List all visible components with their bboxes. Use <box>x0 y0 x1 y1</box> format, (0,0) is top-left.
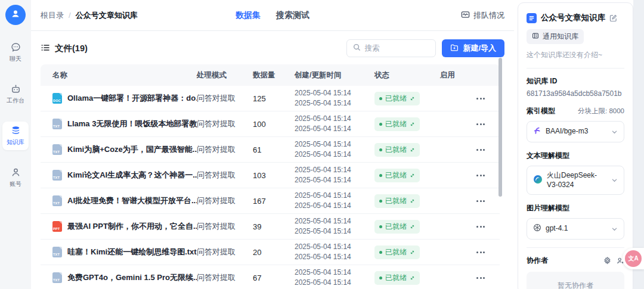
created-updated-time: 2025-05-04 15:14 2025-05-04 15:14 <box>295 88 374 109</box>
sidebar-item-label: 知识库 <box>7 138 24 147</box>
row-menu-button[interactable] <box>474 223 500 230</box>
status-dot-icon <box>379 200 382 203</box>
data-count: 167 <box>253 197 295 206</box>
status-dot-icon <box>379 148 382 151</box>
kb-description: 这个知识库还没有介绍~ <box>527 50 624 60</box>
table-scrollbar[interactable] <box>499 58 502 197</box>
index-model-select[interactable]: BAAI/bge-m3 <box>527 121 624 142</box>
queue-status-button[interactable]: 排队情况 <box>461 10 504 21</box>
table-row[interactable]: PPT 最强AI PPT制作，你不用动，它全自... 问答对提取 39 2025… <box>41 214 500 240</box>
list-icon <box>41 43 50 54</box>
user-avatar[interactable] <box>5 5 26 25</box>
process-mode: 问答对提取 <box>197 195 253 206</box>
table-row[interactable]: DOC Ollama一键部署！开源部署神器：do... 问答对提取 125 20… <box>41 86 500 111</box>
image-model-value: gpt-4.1 <box>546 224 607 234</box>
edit-icon[interactable] <box>609 14 617 22</box>
divider <box>527 68 624 69</box>
chat-icon <box>10 42 21 53</box>
table-row[interactable]: TXT 免费GPT4o，Gemini 1.5 Pro无限续... 问答对提取 6… <box>41 265 500 289</box>
user-icon <box>10 8 21 21</box>
row-menu-button[interactable] <box>474 275 500 281</box>
sidebar-item-account[interactable]: 账号 <box>2 163 29 192</box>
status-badge[interactable]: 已就绪 <box>374 143 420 157</box>
file-name: 哇塞！Kimi还能一键绘制思维导图.txt <box>67 247 197 257</box>
gear-icon[interactable] <box>603 257 611 265</box>
expand-icon <box>410 198 415 204</box>
status-badge[interactable]: 已就绪 <box>374 271 420 285</box>
text-model-label: 文本理解模型 <box>527 151 569 161</box>
breadcrumb: 根目录 / 公众号文章知识库 <box>41 10 138 21</box>
chevron-down-icon <box>611 129 618 135</box>
sidebar-item-knowledge-base[interactable]: 知识库 <box>2 122 29 150</box>
file-type-icon: PPT <box>52 221 62 232</box>
robot-icon <box>10 83 21 95</box>
table-row[interactable]: TXT AI批处理免费！智谱大模型开放平台... 问答对提取 167 2025-… <box>41 188 500 214</box>
database-icon <box>10 125 21 136</box>
index-model-value: BAAI/bge-m3 <box>546 127 607 136</box>
file-type-icon: TXT <box>52 119 62 129</box>
chevron-down-icon <box>611 177 618 184</box>
file-name: 最强AI PPT制作，你不用动，它全自... <box>67 221 197 232</box>
created-updated-time: 2025-05-04 15:14 2025-05-04 15:14 <box>295 191 374 212</box>
expand-icon <box>410 173 415 178</box>
table-row[interactable]: TXT Kimi论文AI生成率太高？这个神器一... 问答对提取 103 202… <box>41 163 500 188</box>
process-mode: 问答对提取 <box>197 170 253 181</box>
row-menu-button[interactable] <box>474 95 500 102</box>
row-menu-button[interactable] <box>474 121 500 128</box>
image-model-select[interactable]: gpt-4.1 <box>527 218 624 240</box>
tab-search-test[interactable]: 搜索测试 <box>276 10 309 21</box>
sidebar-item-chat[interactable]: 聊天 <box>2 38 29 67</box>
file-name: Kimi为脑+Coze为手，国产最强智能... <box>67 144 197 155</box>
sidebar-item-label: 聊天 <box>10 55 21 63</box>
status-badge[interactable]: 已就绪 <box>374 194 420 208</box>
row-menu-button[interactable] <box>474 249 500 256</box>
status-dot-icon <box>379 174 382 177</box>
queue-label: 排队情况 <box>473 10 504 21</box>
table-row[interactable]: TXT Kimi为脑+Coze为手，国产最强智能... 问答对提取 61 202… <box>41 137 500 163</box>
view-tabs: 数据集 搜索测试 <box>236 10 309 21</box>
data-count: 61 <box>253 145 295 154</box>
collaborator-empty-state: 暂无协作者 <box>527 272 624 289</box>
file-type-icon: TXT <box>52 170 62 181</box>
tab-dataset[interactable]: 数据集 <box>236 10 261 21</box>
data-count: 67 <box>253 274 295 282</box>
text-model-select[interactable]: 火山DeepSeek-V3-0324 <box>527 166 624 195</box>
col-name: 名称 <box>41 70 197 80</box>
files-toolbar: 文件(19) 新建/导入 <box>31 31 514 63</box>
kb-id-value: 681713a9584a5dcb58a7501b <box>527 89 624 98</box>
breadcrumb-root[interactable]: 根目录 <box>41 10 64 21</box>
expand-icon <box>410 250 415 255</box>
search-input[interactable] <box>364 44 429 52</box>
status-badge[interactable]: 已就绪 <box>374 117 420 131</box>
col-status: 状态 <box>374 70 440 80</box>
baai-icon <box>533 126 541 137</box>
status-badge[interactable]: 已就绪 <box>374 169 420 182</box>
sidebar-item-workbench[interactable]: 工作台 <box>2 80 29 108</box>
file-name: 免费GPT4o，Gemini 1.5 Pro无限续... <box>67 272 197 283</box>
table-row[interactable]: TXT 哇塞！Kimi还能一键绘制思维导图.txt 问答对提取 20 2025-… <box>41 240 500 265</box>
row-menu-button[interactable] <box>474 147 500 153</box>
status-dot-icon <box>379 251 382 254</box>
search-box <box>346 39 436 57</box>
files-table: 名称 处理模式 数据量 创建/更新时间 状态 启用 DOC Ollama一键部署… <box>41 64 500 289</box>
page-edge-strip <box>633 0 644 289</box>
create-import-button[interactable]: 新建/导入 <box>442 39 504 57</box>
files-title: 文件(19) <box>41 43 88 54</box>
file-name: Llama 3无限使用！喂饭级本地部署教... <box>67 119 197 129</box>
status-badge[interactable]: 已就绪 <box>374 246 420 259</box>
file-name: Ollama一键部署！开源部署神器：do... <box>67 93 197 104</box>
translate-fab[interactable]: 文A <box>623 248 644 269</box>
process-mode: 问答对提取 <box>197 93 253 104</box>
knowledge-base-icon <box>527 13 537 23</box>
process-mode: 问答对提取 <box>197 221 253 232</box>
process-mode: 问答对提取 <box>197 272 253 283</box>
status-dot-icon <box>379 276 382 279</box>
image-model-label: 图片理解模型 <box>527 203 569 213</box>
openai-icon <box>533 223 541 234</box>
table-row[interactable]: TXT Llama 3无限使用！喂饭级本地部署教... 问答对提取 100 20… <box>41 111 500 137</box>
status-badge[interactable]: 已就绪 <box>374 220 420 234</box>
volcano-deepseek-icon <box>533 175 543 187</box>
status-badge[interactable]: 已就绪 <box>374 92 420 105</box>
row-menu-button[interactable] <box>474 198 500 204</box>
row-menu-button[interactable] <box>474 172 500 179</box>
